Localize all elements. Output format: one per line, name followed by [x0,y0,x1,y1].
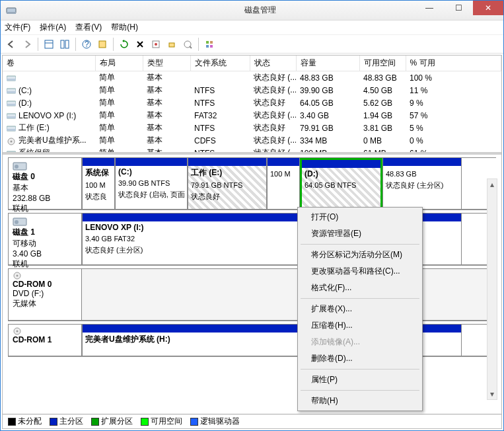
drive-icon [7,112,16,119]
svg-rect-11 [169,43,174,47]
partition[interactable]: (C:)39.90 GB NTFS状态良好 (启动, 页面 [115,158,188,209]
volume-row[interactable]: LENOVO XP (I:)简单基本FAT32状态良好 (...3.40 GB1… [3,109,501,122]
partition[interactable]: (D:)64.05 GB NTFS [300,158,382,209]
menu-separator [301,244,419,245]
svg-rect-15 [210,41,213,44]
legend-item: 主分区 [50,416,83,427]
partition[interactable]: 工作 (E:)79.91 GB NTFS状态良好 [188,158,267,209]
titlebar[interactable]: 磁盘管理 — ☐ ✕ [1,1,503,20]
drive-icon [7,100,16,106]
vertical-scrollbar[interactable]: ▴ ▾ [487,178,497,400]
svg-text:?: ? [85,40,89,49]
drive-icon [7,125,16,132]
context-menu-item[interactable]: 打开(O) [299,209,421,225]
view-button-1[interactable] [42,38,55,51]
refresh-button[interactable] [118,38,131,51]
svg-rect-27 [7,129,16,131]
tb-icon-5[interactable] [203,38,216,51]
disk-kind: 可移动 [13,238,77,249]
svg-point-29 [11,140,13,142]
svg-point-35 [15,220,18,224]
disk-info[interactable]: 磁盘 0基本232.88 GB联机 [8,157,82,210]
col-header[interactable]: % 可用 [406,56,501,71]
disk-info[interactable]: 磁盘 1可移动3.40 GB联机 [8,213,82,265]
context-menu-item[interactable]: 格式化(F)... [299,280,421,296]
context-menu-item[interactable]: 属性(P) [299,372,421,388]
cd-icon [7,137,16,144]
col-header[interactable]: 容量 [296,56,359,71]
volume-row[interactable]: 简单基本状态良好 (...48.83 GB48.83 GB100 % [3,71,501,85]
partition-strip: 完美者U盘维护系统 (H:) [82,324,496,356]
volume-row[interactable]: (C:)简单基本NTFS状态良好 (...39.90 GB4.50 GB11 % [3,84,501,97]
view-button-2[interactable] [58,38,71,51]
disk-icon: CD-ROM 1 [13,327,77,344]
svg-rect-23 [7,104,16,106]
svg-rect-21 [7,91,16,93]
menu-view[interactable]: 查看(V) [75,22,102,33]
svg-rect-19 [7,79,16,81]
context-menu-item[interactable]: 帮助(H) [299,393,421,409]
legend-item: 可用空间 [141,416,182,427]
col-header[interactable]: 可用空间 [359,56,406,71]
toolbar: ? [1,35,503,54]
col-header[interactable]: 布局 [95,56,143,71]
legend-item: 未分配 [8,416,42,427]
menu-separator [301,390,419,391]
disk-icon: 磁盘 1 [13,216,77,238]
menu-separator [301,369,419,370]
context-menu-item[interactable]: 删除卷(D)... [299,350,421,367]
svg-rect-1 [7,12,16,14]
menu-file[interactable]: 文件(F) [5,22,30,33]
close-button[interactable]: ✕ [473,1,503,15]
scroll-up-icon[interactable]: ▴ [487,179,497,190]
back-button[interactable] [5,38,18,51]
menu-action[interactable]: 操作(A) [40,22,66,33]
context-menu-item[interactable]: 将分区标记为活动分区(M) [299,247,421,263]
partition-strip: 系统保100 M状态良(C:)39.90 GB NTFS状态良好 (启动, 页面… [82,157,496,210]
volume-row[interactable]: 完美者U盘维护系...简单基本CDFS状态良好 (...334 MB0 MB0 … [3,134,501,147]
tb-icon-2[interactable] [149,38,162,51]
partition[interactable]: 48.83 GB状态良好 (主分区) [382,158,462,209]
context-menu-item[interactable]: 更改驱动器号和路径(C)... [299,263,421,280]
drive-icon [7,150,16,155]
partition[interactable]: 100 M [267,158,300,209]
tb-icon-1[interactable] [96,38,109,51]
disk-kind: 基本 [13,182,77,194]
help-button[interactable]: ? [80,38,93,51]
disk-info[interactable]: CD-ROM 1 [8,324,82,356]
svg-point-39 [17,331,18,333]
disk-info[interactable]: CD-ROM 0DVD (F:)无媒体 [8,268,82,321]
context-menu-item[interactable]: 扩展卷(X)... [299,301,421,317]
volume-row[interactable]: (D:)简单基本NTFS状态良好64.05 GB5.62 GB9 % [3,97,501,109]
legend-item: 逻辑驱动器 [190,416,240,427]
col-header[interactable]: 类型 [143,56,190,71]
menu-help[interactable]: 帮助(H) [111,22,138,33]
partition-strip: LENOVO XP (I:)3.40 GB FAT32状态良好 (主分区) [82,213,496,265]
tb-icon-4[interactable] [181,38,194,51]
drive-icon [7,75,16,81]
col-header[interactable]: 状态 [250,56,296,71]
minimize-button[interactable]: — [415,1,444,15]
svg-rect-2 [45,40,53,48]
disk-management-window: 磁盘管理 — ☐ ✕ 文件(F) 操作(A) 查看(V) 帮助(H) ? [0,0,504,431]
svg-rect-4 [61,40,64,48]
volume-row[interactable]: 系统保留简单基本NTFS状态良好 (...100 MB61 MB61 % [3,147,501,155]
context-menu-item[interactable]: 资源管理器(E) [299,225,421,242]
svg-point-10 [155,43,157,46]
disk-icon: 磁盘 0 [13,161,77,182]
context-menu-item[interactable]: 压缩卷(H)... [299,317,421,334]
scroll-down-icon[interactable]: ▾ [487,389,497,399]
partition-strip [82,268,496,321]
volume-list[interactable]: 卷布局类型文件系统状态容量可用空间% 可用 简单基本状态良好 (...48.83… [3,56,501,155]
col-header[interactable]: 卷 [3,56,95,71]
col-header[interactable]: 文件系统 [190,56,250,71]
partition[interactable]: 系统保100 M状态良 [82,158,115,209]
delete-button[interactable] [133,38,147,51]
maximize-button[interactable]: ☐ [444,1,473,15]
volume-row[interactable]: 工作 (E:)简单基本NTFS状态良好79.91 GB3.81 GB5 % [3,122,501,134]
disk-row: 磁盘 1可移动3.40 GB联机LENOVO XP (I:)3.40 GB FA… [8,213,496,266]
tb-icon-3[interactable] [165,38,178,51]
disk-row: CD-ROM 1完美者U盘维护系统 (H:) [8,324,496,357]
volume-table: 卷布局类型文件系统状态容量可用空间% 可用 简单基本状态良好 (...48.83… [3,56,501,155]
forward-button[interactable] [20,38,34,51]
